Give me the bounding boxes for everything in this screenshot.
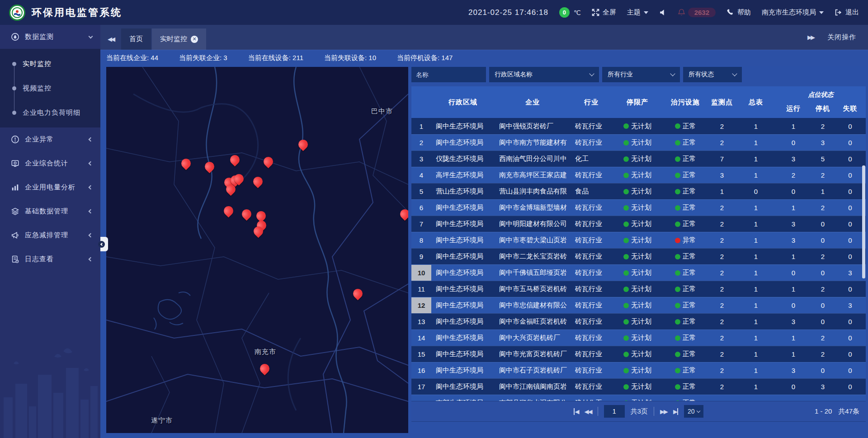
tab-active[interactable]: 实时监控✕ — [152, 28, 206, 50]
cell-industry: 砖瓦行业 — [571, 330, 612, 346]
logout-button[interactable]: 退出 — [835, 8, 859, 17]
sidebar-item[interactable]: 应急减排管理 — [0, 223, 100, 247]
table-row[interactable]: 8阆中生态环境局阆中市枣碧大梁山页岩砖瓦行业无计划异常21300 — [411, 232, 866, 248]
content: 巴中市南充市遂宁市 行政区域名称 所有行业 所有状态 — [100, 66, 868, 438]
sidebar-item[interactable]: 企业综合统计 — [0, 151, 100, 175]
sidebar-subitem-label: 视频监控 — [23, 84, 52, 93]
tabs-scroll-right-button[interactable]: ▶▶ — [807, 27, 814, 48]
sidebar-item[interactable]: 企业异常 — [0, 127, 100, 151]
page-number-input[interactable] — [604, 405, 625, 418]
name-search-input[interactable] — [411, 67, 486, 82]
temperature-badge: 0 — [559, 7, 570, 18]
sidebar-item-label: 企业综合统计 — [25, 159, 84, 168]
cell-region: 南部生态环境局 — [431, 395, 495, 401]
sidebar-subitem[interactable]: 实时监控 — [0, 52, 100, 76]
next-page-button[interactable]: ▶▶ — [660, 408, 667, 415]
cell-running: 1 — [776, 281, 811, 297]
table-row[interactable]: 3仪陇生态环境局西南油气田分公司川中化工无计划正常71350 — [411, 151, 866, 167]
cell-production-status: 无计划 — [612, 297, 663, 313]
cell-region: 阆中生态环境局 — [431, 216, 495, 232]
status-dot-green — [675, 287, 680, 292]
cell-offline: 0 — [835, 200, 866, 216]
page-size-select[interactable]: 20 — [684, 405, 704, 418]
logout-icon — [835, 9, 842, 16]
sidebar-item[interactable]: 企业用电量分析 — [0, 175, 100, 199]
cell-offline: 0 — [835, 379, 866, 395]
sidebar-subitem[interactable]: 视频监控 — [0, 76, 100, 100]
map-panel[interactable]: 巴中市南充市遂宁市 — [106, 67, 408, 433]
sidebar-subitem[interactable]: 企业电力负荷明细 — [0, 100, 100, 125]
cell-total-meters: 1 — [736, 346, 776, 362]
table-row[interactable]: 18南部生态环境局南部县砌华水泥有限公建材化工无计划正常60060 — [411, 395, 866, 401]
cell-production-status: 无计划 — [612, 200, 663, 216]
col-header-production: 停限产 — [612, 86, 663, 118]
cell-running: 0 — [776, 265, 811, 281]
cell-stopped: 0 — [811, 216, 835, 232]
first-page-button[interactable]: ◀ — [574, 408, 579, 415]
cell-stopped: 2 — [811, 330, 835, 346]
chevron-down-icon — [732, 71, 737, 76]
cell-industry: 砖瓦行业 — [571, 379, 612, 395]
cell-industry: 砖瓦行业 — [571, 200, 612, 216]
chevron-down-icon — [697, 409, 700, 413]
cell-running: 2 — [776, 167, 811, 183]
cell-monitor-points: 6 — [708, 395, 736, 401]
table-row[interactable]: 9阆中生态环境局阆中市二龙长宝页岩砖砖瓦行业无计划正常21120 — [411, 248, 866, 264]
sidebar-collapse-handle[interactable] — [100, 237, 108, 251]
table-row[interactable]: 2阆中生态环境局阆中市南方节能建材有砖瓦行业无计划正常21030 — [411, 134, 866, 151]
table-row[interactable]: 10阆中生态环境局阆中千佛镇五郎垭页岩砖瓦行业无计划正常21003 — [411, 264, 866, 281]
table-row[interactable]: 14阆中生态环境局阆中大兴页岩机砖厂砖瓦行业无计划正常21120 — [411, 330, 866, 346]
status-dot-green — [623, 270, 629, 276]
help-button[interactable]: 帮助 — [726, 8, 751, 17]
pagination-bar: ◀ ◀◀ 共3页 ▶▶ ▶ 20 1 - 20 共47条 — [411, 401, 866, 422]
cell-running: 1 — [776, 200, 811, 216]
cell-stopped: 1 — [811, 184, 835, 199]
close-operations-menu[interactable]: 关闭操作 — [827, 33, 856, 42]
table-row[interactable]: 7阆中生态环境局阆中明阳建材有限公司砖瓦行业无计划正常21300 — [411, 216, 866, 232]
status-select[interactable]: 所有状态 — [683, 67, 742, 82]
table-row[interactable]: 5营山生态环境局营山县润丰肉食品有限食品无计划正常10010 — [411, 183, 866, 199]
sound-mute-button[interactable] — [659, 9, 667, 16]
cell-monitor-points: 2 — [708, 118, 736, 134]
theme-menu[interactable]: 主题 — [627, 8, 648, 17]
table-row[interactable]: 4高坪生态环境局南充市高坪区王家店建砖瓦行业无计划正常31220 — [411, 167, 866, 183]
cell-production-status: 无计划 — [612, 184, 663, 199]
table-row[interactable]: 11阆中生态环境局阆中市五马桥页岩机砖砖瓦行业无计划正常21120 — [411, 281, 866, 297]
cell-index: 11 — [411, 281, 431, 297]
temperature-unit: ℃ — [574, 9, 581, 16]
base-data-icon — [11, 207, 19, 216]
table-row[interactable]: 6阆中生态环境局阆中市金博瑞新型墙材砖瓦行业无计划正常21120 — [411, 199, 866, 216]
tab-close-icon[interactable]: ✕ — [191, 36, 198, 43]
cell-industry: 砖瓦行业 — [571, 297, 612, 313]
stat-item: 当前在线企业: 44 — [106, 54, 158, 62]
table-scrollbar-thumb[interactable] — [862, 165, 865, 278]
table-row[interactable]: 1阆中生态环境局阆中强锐页岩砖厂砖瓦行业无计划正常21120 — [411, 118, 866, 134]
cell-company: 西南油气田分公司川中 — [495, 151, 571, 167]
cell-total-meters: 1 — [736, 200, 776, 216]
org-menu[interactable]: 南充市生态环境局 — [762, 8, 824, 17]
table-row[interactable]: 17阆中生态环境局阆中市江南镇阆南页岩砖瓦行业无计划正常21030 — [411, 378, 866, 395]
cell-monitor-points: 7 — [708, 151, 736, 167]
table-row[interactable]: 16阆中生态环境局阆中市石子页岩机砖厂砖瓦行业无计划正常21300 — [411, 362, 866, 378]
sidebar-item[interactable]: 基础数据管理 — [0, 199, 100, 223]
sidebar-item[interactable]: 日志查看 — [0, 247, 100, 271]
fullscreen-button[interactable]: 全屏 — [592, 8, 616, 17]
table-row[interactable]: 13阆中生态环境局阆中市金福旺页岩机砖砖瓦行业无计划正常21300 — [411, 313, 866, 330]
notifications-button[interactable]: 2632 — [678, 8, 716, 17]
cell-offline: 3 — [835, 265, 866, 281]
last-page-button[interactable]: ▶ — [673, 408, 678, 415]
status-dot-green — [675, 270, 680, 276]
cell-production-status: 无计划 — [612, 265, 663, 281]
tabs-scroll-left-button[interactable]: ◀◀ — [100, 28, 121, 50]
industry-select[interactable]: 所有行业 — [602, 67, 680, 82]
tab-inactive[interactable]: 首页 — [121, 28, 151, 50]
sidebar-subitem-label: 企业电力负荷明细 — [23, 108, 80, 117]
prev-page-button[interactable]: ◀◀ — [585, 408, 592, 415]
region-select[interactable]: 行政区域名称 — [489, 67, 599, 82]
sidebar-submenu: 实时监控视频监控企业电力负荷明细 — [0, 49, 100, 127]
table-row[interactable]: 15阆中生态环境局阆中市光富页岩机砖厂砖瓦行业无计划正常21120 — [411, 346, 866, 362]
cell-company: 阆中市枣碧大梁山页岩 — [495, 232, 571, 248]
sidebar-item[interactable]: 数据监测 — [0, 25, 100, 49]
table-row[interactable]: 12阆中生态环境局阆中市忠信建材有限公砖瓦行业无计划正常21003 — [411, 297, 866, 313]
cell-stopped: 2 — [811, 249, 835, 264]
